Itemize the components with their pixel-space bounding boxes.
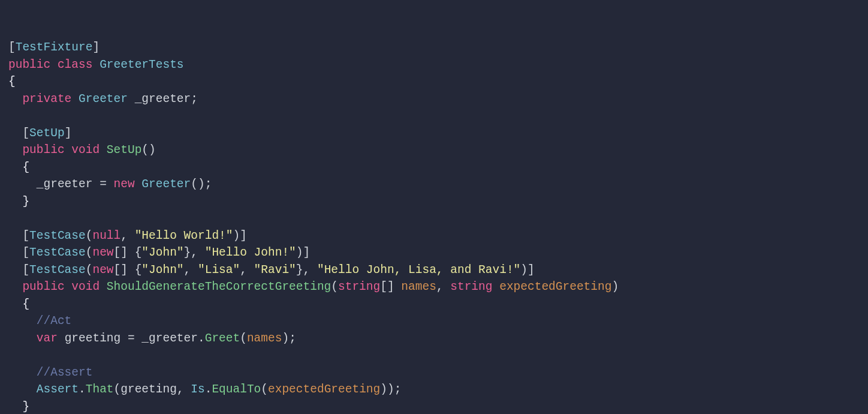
keyword-string: string bbox=[450, 280, 492, 293]
paren-close: ) bbox=[387, 383, 394, 396]
dot: . bbox=[79, 383, 86, 396]
type-greeter: Greeter bbox=[141, 178, 191, 191]
array-close: } bbox=[184, 246, 191, 259]
parens: () bbox=[191, 178, 204, 191]
comma: , bbox=[120, 229, 134, 242]
comma: , bbox=[240, 263, 254, 277]
string-lisa: "Lisa" bbox=[198, 263, 240, 277]
dot: . bbox=[198, 332, 205, 345]
bracket-open: [ bbox=[22, 127, 29, 140]
comma: , bbox=[177, 383, 191, 396]
semicolon: ; bbox=[289, 332, 296, 345]
brace-open: { bbox=[22, 161, 29, 174]
keyword-public: public bbox=[8, 58, 50, 71]
comma: , bbox=[436, 280, 450, 293]
paren-open: ( bbox=[86, 246, 93, 259]
paren-open: ( bbox=[114, 383, 121, 396]
keyword-void: void bbox=[71, 280, 100, 293]
attribute-setup: SetUp bbox=[29, 127, 65, 140]
arg-greeting: greeting bbox=[120, 383, 177, 396]
paren-open: ( bbox=[331, 280, 338, 293]
keyword-public: public bbox=[22, 280, 64, 293]
dot: . bbox=[205, 383, 212, 396]
attribute-testfixture: TestFixture bbox=[16, 41, 93, 54]
paren-open: ( bbox=[86, 229, 93, 242]
keyword-class: class bbox=[58, 58, 93, 71]
keyword-var: var bbox=[37, 332, 58, 345]
attribute-testcase: TestCase bbox=[29, 229, 86, 242]
array-close: } bbox=[296, 263, 303, 277]
string-hello-john: "Hello John!" bbox=[205, 246, 296, 259]
field-greeter: _greeter bbox=[135, 92, 191, 106]
keyword-null: null bbox=[92, 229, 120, 242]
string-hello-all: "Hello John, Lisa, and Ravi!" bbox=[317, 263, 520, 277]
method-setup: SetUp bbox=[107, 143, 142, 157]
semicolon: ; bbox=[191, 92, 198, 106]
arg-names: names bbox=[247, 332, 282, 345]
paren-close: ) bbox=[380, 383, 387, 396]
paren-open: ( bbox=[261, 383, 268, 396]
method-equalto: EqualTo bbox=[212, 383, 261, 396]
arg-expected: expectedGreeting bbox=[268, 383, 380, 396]
paren-close: ) bbox=[282, 332, 289, 345]
string-hello-world: "Hello World!" bbox=[135, 229, 233, 242]
bracket-close: ] bbox=[528, 263, 535, 277]
bracket-open: [ bbox=[22, 229, 29, 242]
keyword-new: new bbox=[92, 246, 113, 259]
paren-close: ) bbox=[233, 229, 240, 242]
brace-close: } bbox=[22, 195, 29, 208]
field-greeter-ref: _greeter bbox=[37, 178, 93, 191]
keyword-private: private bbox=[22, 92, 71, 106]
comma: , bbox=[303, 263, 317, 277]
brace-open: { bbox=[22, 298, 29, 311]
keyword-string: string bbox=[338, 280, 380, 293]
type-greeter: Greeter bbox=[79, 92, 128, 106]
bracket-close: ] bbox=[65, 127, 72, 140]
bracket-close: ] bbox=[240, 229, 247, 242]
comma: , bbox=[184, 263, 198, 277]
paren-close: ) bbox=[611, 280, 619, 293]
comment-act: //Act bbox=[37, 314, 72, 328]
brackets: [] bbox=[380, 280, 394, 293]
array-open: [] { bbox=[114, 246, 142, 259]
comment-assert: //Assert bbox=[37, 366, 93, 379]
type-assert: Assert bbox=[37, 383, 79, 396]
bracket-open: [ bbox=[8, 41, 16, 54]
comma: , bbox=[191, 246, 204, 259]
brace-close: } bbox=[22, 400, 29, 413]
param-names: names bbox=[401, 280, 436, 293]
paren-close: ) bbox=[520, 263, 528, 277]
equals: = bbox=[92, 178, 113, 191]
type-is: Is bbox=[191, 383, 204, 396]
method-shouldgenerate: ShouldGenerateTheCorrectGreeting bbox=[107, 280, 331, 293]
paren-open: ( bbox=[86, 263, 93, 277]
bracket-close: ] bbox=[303, 246, 311, 259]
keyword-new: new bbox=[92, 263, 113, 277]
paren-close: ) bbox=[296, 246, 303, 259]
parens: () bbox=[141, 143, 155, 157]
string-john: "John" bbox=[141, 246, 183, 259]
equals: = bbox=[120, 332, 141, 345]
string-ravi: "Ravi" bbox=[254, 263, 296, 277]
keyword-void: void bbox=[71, 143, 100, 157]
keyword-public: public bbox=[22, 143, 64, 157]
array-open: [] { bbox=[114, 263, 142, 277]
attribute-testcase: TestCase bbox=[29, 263, 86, 277]
string-john: "John" bbox=[141, 263, 183, 277]
paren-open: ( bbox=[240, 332, 247, 345]
code-block: [TestFixture] public class GreeterTests … bbox=[8, 39, 860, 414]
semicolon: ; bbox=[394, 383, 402, 396]
field-greeter-ref: _greeter bbox=[141, 332, 198, 345]
semicolon: ; bbox=[205, 178, 212, 191]
param-expected: expectedGreeting bbox=[499, 280, 611, 293]
keyword-new: new bbox=[114, 178, 135, 191]
bracket-close: ] bbox=[92, 41, 100, 54]
brace-open: { bbox=[8, 75, 16, 88]
bracket-open: [ bbox=[22, 246, 29, 259]
attribute-testcase: TestCase bbox=[29, 246, 86, 259]
method-greet: Greet bbox=[205, 332, 240, 345]
bracket-open: [ bbox=[22, 263, 29, 277]
method-that: That bbox=[86, 383, 114, 396]
class-name: GreeterTests bbox=[100, 58, 183, 71]
id-greeting: greeting bbox=[65, 332, 121, 345]
